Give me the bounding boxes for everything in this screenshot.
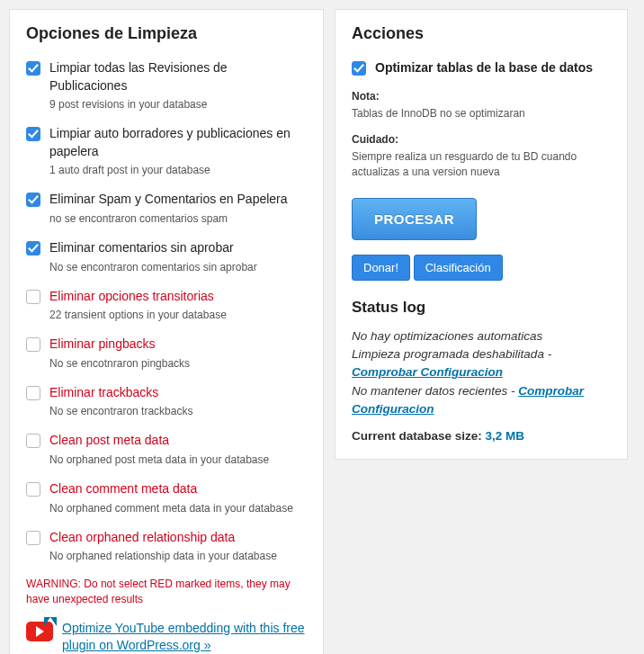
rating-button[interactable]: Clasificación xyxy=(414,255,503,281)
cleanup-option: Limpiar auto borradores y publicaciones … xyxy=(26,125,307,176)
cleanup-option-desc: No orphaned post meta data in your datab… xyxy=(49,453,307,466)
cleanup-option-label[interactable]: Limpiar auto borradores y publicaciones … xyxy=(26,125,307,160)
caution-label: Cuidado: xyxy=(352,133,611,146)
cleanup-option: Limpiar todas las Revisiones de Publicac… xyxy=(26,59,307,111)
db-size-row: Current database size: 3,2 MB xyxy=(352,429,611,443)
caution-text: Siempre realiza un resguardo de tu BD cu… xyxy=(352,149,611,180)
cleanup-option-text: Clean orphaned relationship data xyxy=(49,529,235,547)
cleanup-option-checkbox[interactable] xyxy=(26,434,40,448)
cleanup-option-desc: 1 auto draft post in your database xyxy=(49,164,307,176)
cleanup-option-text: Clean comment meta data xyxy=(49,480,197,498)
cleanup-option-label[interactable]: Limpiar todas las Revisiones de Publicac… xyxy=(26,59,307,94)
optimize-tables-label: Optimizar tablas de la base de datos xyxy=(375,59,593,77)
cleanup-option-desc: No orphaned relationship data in your da… xyxy=(49,550,307,562)
cleanup-option-desc: no se encontraron comentarios spam xyxy=(49,212,307,225)
cleanup-option: Clean post meta dataNo orphaned post met… xyxy=(26,432,307,466)
optimize-tables-checkbox[interactable] xyxy=(352,61,366,76)
cleanup-option: Clean orphaned relationship dataNo orpha… xyxy=(26,529,307,563)
status-line-2: Limpieza programada deshabilitada - Comp… xyxy=(352,345,611,382)
cleanup-option-label[interactable]: Eliminar Spam y Comentarios en Papelera xyxy=(26,191,307,209)
note-label: Nota: xyxy=(352,90,611,103)
cleanup-option-checkbox[interactable] xyxy=(26,290,40,304)
cleanup-option-desc: No se encontraron comentarios sin aproba… xyxy=(49,261,307,273)
cleanup-option-text: Eliminar trackbacks xyxy=(49,384,158,402)
cleanup-option: Eliminar trackbacksNo se encontraron tra… xyxy=(26,384,307,418)
cleanup-option-label[interactable]: Eliminar opciones transitorias xyxy=(26,288,307,306)
cleanup-option-text: Limpiar todas las Revisiones de Publicac… xyxy=(49,59,307,94)
cleanup-option-desc: 9 post revisions in your database xyxy=(49,98,307,111)
cleanup-option-text: Eliminar comentarios sin aprobar xyxy=(49,239,234,257)
promo-link[interactable]: Optimize YouTube embedding with this fre… xyxy=(62,620,307,654)
cleanup-option: Clean comment meta dataNo orphaned comme… xyxy=(26,480,307,515)
status-log-title: Status log xyxy=(352,299,611,317)
cleanup-option-checkbox[interactable] xyxy=(26,61,40,76)
note-text: Tablas de InnoDB no se optimizaran xyxy=(352,106,611,121)
optimize-tables-option[interactable]: Optimizar tablas de la base de datos xyxy=(352,59,611,77)
promo-row: Optimize YouTube embedding with this fre… xyxy=(26,620,307,654)
cleanup-option-label[interactable]: Eliminar comentarios sin aprobar xyxy=(26,239,307,257)
donate-button[interactable]: Donar! xyxy=(352,255,410,281)
check-config-link-1[interactable]: Comprobar Configuracion xyxy=(352,365,503,379)
cleanup-option-label[interactable]: Clean post meta data xyxy=(26,432,307,450)
cleanup-option-label[interactable]: Clean comment meta data xyxy=(26,480,307,498)
cleanup-option-checkbox[interactable] xyxy=(26,386,40,400)
cleanup-option: Eliminar pingbacksNo se encotnraron ping… xyxy=(26,336,307,370)
youtube-icon xyxy=(26,622,53,641)
cleanup-option-checkbox[interactable] xyxy=(26,127,40,141)
cleanup-option-desc: No orphaned comment meta data in your da… xyxy=(49,502,307,515)
cleanup-option-text: Eliminar opciones transitorias xyxy=(49,288,214,306)
process-button[interactable]: PROCESAR xyxy=(352,198,477,240)
actions-panel: Acciones Optimizar tablas de la base de … xyxy=(335,9,628,460)
cleanup-option-desc: No se encotnraron pingbacks xyxy=(49,357,307,370)
cleanup-option-text: Eliminar Spam y Comentarios en Papelera xyxy=(49,191,288,209)
cleanup-option-label[interactable]: Eliminar trackbacks xyxy=(26,384,307,402)
cleanup-option-text: Limpiar auto borradores y publicaciones … xyxy=(49,125,307,160)
cleanup-option-checkbox[interactable] xyxy=(26,482,40,497)
cleanup-options-panel: Opciones de Limpieza Limpiar todas las R… xyxy=(9,9,324,654)
status-line-3: No mantener datos recientes - Comprobar … xyxy=(352,382,611,419)
cleanup-option-desc: 22 transient options in your database xyxy=(49,309,307,321)
cleanup-option-label[interactable]: Eliminar pingbacks xyxy=(26,336,307,354)
red-warning: WARNING: Do not select RED marked items,… xyxy=(26,577,307,607)
status-line-1: No hay optimizaciones automaticas xyxy=(352,327,611,345)
cleanup-option-checkbox[interactable] xyxy=(26,531,40,545)
cleanup-option: Eliminar comentarios sin aprobarNo se en… xyxy=(26,239,307,273)
db-size-value: 3,2 MB xyxy=(486,429,525,443)
cleanup-option: Eliminar opciones transitorias22 transie… xyxy=(26,288,307,322)
cleanup-option: Eliminar Spam y Comentarios en Papeleran… xyxy=(26,191,307,225)
cleanup-option-text: Eliminar pingbacks xyxy=(49,336,156,354)
cleanup-option-desc: No se encontraron trackbacks xyxy=(49,405,307,417)
actions-title: Acciones xyxy=(352,24,611,43)
cleanup-option-checkbox[interactable] xyxy=(26,193,40,207)
cleanup-option-label[interactable]: Clean orphaned relationship data xyxy=(26,529,307,547)
cleanup-option-text: Clean post meta data xyxy=(49,432,169,450)
cleanup-option-checkbox[interactable] xyxy=(26,241,40,255)
cleanup-option-checkbox[interactable] xyxy=(26,337,40,352)
cleanup-title: Opciones de Limpieza xyxy=(26,24,307,43)
